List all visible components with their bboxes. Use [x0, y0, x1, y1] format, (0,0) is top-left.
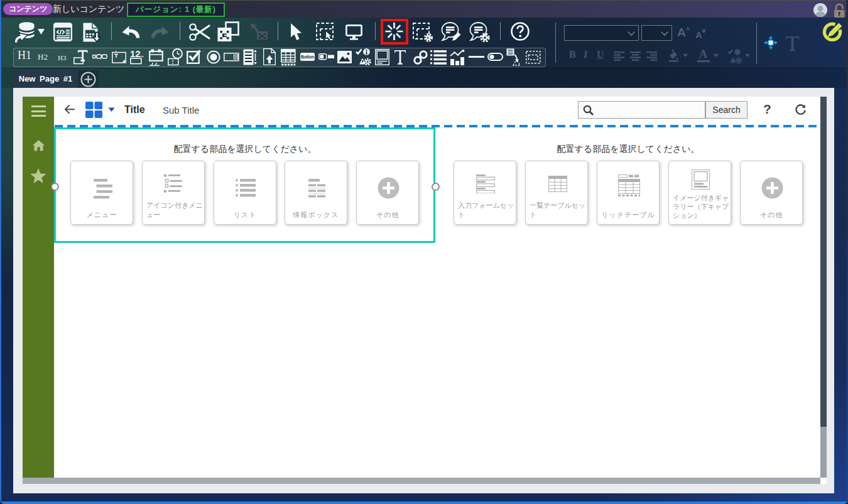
- svg-text:12: 12: [130, 49, 141, 59]
- svg-text:Button: Button: [301, 55, 314, 59]
